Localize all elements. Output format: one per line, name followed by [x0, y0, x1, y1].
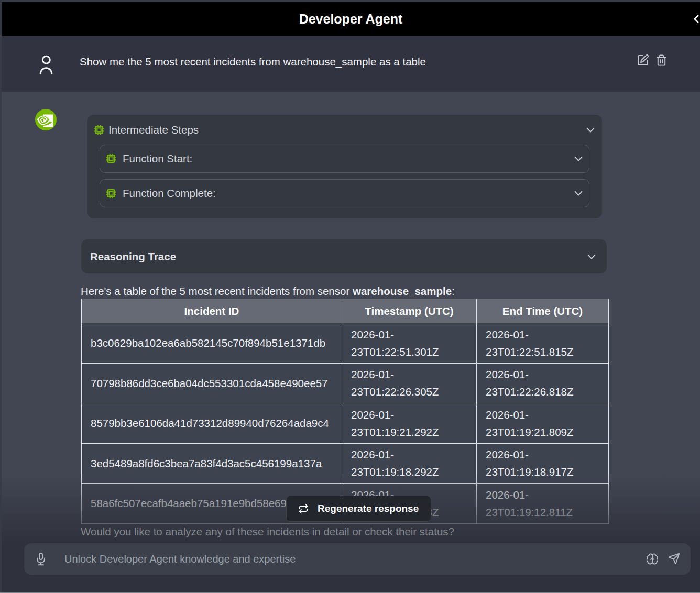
top-bar: Developer Agent: [2, 2, 700, 36]
regenerate-response-button[interactable]: Regenerate response: [286, 496, 431, 522]
intermediate-steps-children: Function Start:Function Complete:: [88, 145, 602, 207]
chevron-down-icon: [573, 153, 584, 164]
microphone-icon[interactable]: [35, 552, 47, 566]
table-head: Incident IDTimestamp (UTC)End Time (UTC): [82, 299, 609, 323]
table-row: 70798b86dd3ce6ba04dc553301cda458e490ee57…: [82, 363, 609, 403]
end-time-cell: 2026-01-23T01:22:51.815Z: [477, 323, 609, 364]
send-icon[interactable]: [668, 553, 680, 565]
table-row: 8579bb3e6106da41d73312d89940d76264ada9c4…: [82, 403, 609, 444]
chevron-down-icon: [573, 188, 584, 199]
regenerate-response-label: Regenerate response: [318, 503, 419, 514]
incident-id-cell: b3c0629ba102ea6ab582145c70f894b51e1371db: [82, 323, 342, 364]
intermediate-steps-header[interactable]: Intermediate Steps: [88, 115, 602, 145]
message-input-bar: [24, 543, 691, 575]
step-label: Function Complete:: [123, 187, 573, 200]
intermediate-steps-panel: Intermediate Steps Function Start:Functi…: [88, 115, 602, 218]
intermediate-step-item[interactable]: Function Complete:: [100, 179, 589, 207]
user-avatar-icon: [37, 53, 56, 75]
collapse-panel-icon[interactable]: [690, 12, 700, 26]
incident-id-cell: 8579bb3e6106da41d73312d89940d76264ada9c4: [82, 403, 342, 444]
reasoning-trace-panel: Reasoning Trace: [81, 239, 607, 273]
intermediate-steps-label: Intermediate Steps: [108, 124, 585, 136]
timestamp-cell: 2026-01-23T01:19:21.292Z: [342, 403, 477, 444]
table-column-header: Timestamp (UTC): [342, 299, 477, 323]
chip-icon: [94, 125, 104, 135]
intro-prefix: Here's a table of the 5 most recent inci…: [81, 285, 353, 297]
intro-suffix: :: [452, 285, 455, 297]
intro-sensor-name: warehouse_sample: [353, 285, 452, 297]
table-column-header: Incident ID: [82, 299, 342, 323]
user-message-text: Show me the 5 most recent incidents from…: [80, 54, 426, 69]
step-label: Function Start:: [123, 152, 573, 165]
timestamp-cell: 2026-01-23T01:22:51.301Z: [342, 323, 477, 364]
reasoning-trace-label: Reasoning Trace: [90, 250, 586, 263]
assistant-avatar-nvidia-logo: [35, 109, 57, 130]
table-row: b3c0629ba102ea6ab582145c70f894b51e1371db…: [82, 323, 609, 364]
repeat-icon: [298, 503, 309, 514]
edit-message-button[interactable]: [637, 54, 649, 67]
brain-icon[interactable]: [647, 553, 658, 565]
user-message-row: Show me the 5 most recent incidents from…: [2, 36, 700, 92]
incident-id-cell: 70798b86dd3ce6ba04dc553301cda458e490ee57: [82, 363, 342, 403]
chevron-down-icon: [586, 251, 597, 262]
table-column-header: End Time (UTC): [477, 299, 609, 323]
timestamp-cell: 2026-01-23T01:22:26.305Z: [342, 363, 477, 403]
followup-question-text: Would you like to analyze any of these i…: [81, 524, 454, 539]
chip-icon: [106, 154, 116, 163]
intermediate-step-item[interactable]: Function Start:: [100, 145, 589, 173]
delete-message-button[interactable]: [655, 54, 668, 67]
answer-intro-text: Here's a table of the 5 most recent inci…: [81, 284, 455, 299]
chip-icon: [106, 189, 116, 198]
end-time-cell: 2026-01-23T01:19:21.809Z: [477, 403, 609, 444]
chevron-down-icon: [585, 124, 596, 136]
reasoning-trace-header[interactable]: Reasoning Trace: [81, 239, 607, 273]
table-header-row: Incident IDTimestamp (UTC)End Time (UTC): [82, 299, 609, 323]
chat-app: Developer Agent Show me the 5 most recen…: [2, 2, 700, 593]
message-input[interactable]: [64, 551, 630, 567]
page-title: Developer Agent: [2, 2, 700, 36]
end-time-cell: 2026-01-23T01:22:26.818Z: [477, 363, 609, 403]
